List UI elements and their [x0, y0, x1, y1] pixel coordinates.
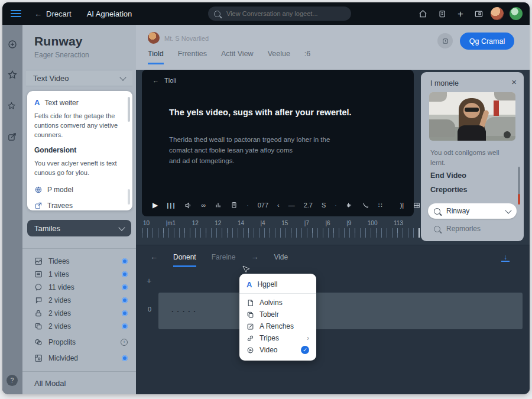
toggle-dot[interactable]	[122, 271, 128, 277]
global-search[interactable]	[208, 7, 351, 21]
video-icon	[246, 346, 254, 354]
sidebar-item-miclvided[interactable]: Miclvided	[22, 352, 136, 365]
star-icon[interactable]	[7, 102, 18, 111]
panel-scrollbar[interactable]	[518, 167, 520, 205]
hamburger-menu-icon[interactable]	[11, 10, 21, 17]
menu-item-tobelr[interactable]: Tobelr	[239, 309, 316, 320]
user-avatar[interactable]	[491, 7, 504, 20]
app-window: ← Drecart AI Agneiation +	[2, 2, 530, 394]
documents-icon[interactable]	[438, 9, 447, 18]
lock-icon	[34, 309, 43, 317]
grid-icon[interactable]	[413, 202, 421, 209]
tamiles-dropdown[interactable]: Tamiles	[27, 220, 131, 236]
search-input[interactable]	[225, 9, 345, 18]
toggle-dot[interactable]	[122, 258, 128, 264]
tab-count[interactable]: :6	[304, 50, 310, 64]
tab-tiold[interactable]: Tiold	[148, 50, 164, 64]
timeline-ruler[interactable]: 10 |m1 12 12 14 |4 15 |7 |6 |9 100 113	[142, 220, 420, 244]
chat-icon	[34, 283, 43, 291]
tab-frrenties[interactable]: Frrenties	[178, 50, 207, 64]
speaker-icon[interactable]	[184, 202, 192, 209]
pause-icon[interactable]: |||	[167, 202, 176, 209]
tab-donent[interactable]: Donent	[173, 253, 196, 267]
panel-caption: You odt conilgoms well lernt.	[430, 148, 507, 167]
equalizer-icon[interactable]	[215, 202, 222, 209]
card-scrollbar-bottom[interactable]	[128, 189, 130, 205]
end-video-row[interactable]: End Video	[430, 171, 466, 180]
add-track-icon[interactable]: +	[147, 276, 151, 286]
tab-fareine[interactable]: Fareine	[212, 253, 236, 261]
close-icon[interactable]: ×	[511, 77, 517, 87]
back-arrow-icon[interactable]: ←	[150, 252, 158, 261]
chevron-down-icon	[118, 224, 125, 231]
tab-actit-view[interactable]: Actit View	[221, 50, 254, 64]
track-keyframes[interactable]: ·····	[171, 307, 199, 316]
sidebar-item-2-vides-c[interactable]: 2 vides	[22, 320, 136, 333]
back-arrow-icon: ←	[34, 9, 42, 18]
menu-item-video[interactable]: Video ✓	[239, 344, 316, 356]
sidebar-item-propclits[interactable]: Propclits +	[22, 336, 136, 349]
video-thumbnail[interactable]	[429, 92, 515, 141]
sidebar-footer[interactable]: All Modal	[22, 371, 136, 394]
video-player[interactable]: ← Tloli The yels video, sugs with afler …	[142, 70, 414, 216]
sidebar-item-11-vides[interactable]: 11 vides	[22, 281, 136, 294]
sidebar-item-tidees[interactable]: Tidees	[22, 255, 136, 268]
document-icon[interactable]	[231, 202, 238, 209]
menu-item-a-renches[interactable]: A Renches	[239, 320, 316, 332]
sidebar-item-2-vides-b[interactable]: 2 vides	[22, 307, 136, 320]
tab-veelue[interactable]: Veelue	[268, 50, 290, 64]
creator-avatar[interactable]	[148, 32, 160, 44]
mode-select[interactable]: Text Video	[26, 70, 132, 86]
toggle-dot[interactable]	[122, 323, 128, 329]
properties-row[interactable]: Creporties	[430, 186, 468, 194]
bubble-icon	[34, 296, 43, 304]
download-icon[interactable]: ↓	[501, 254, 510, 262]
bracket-icon[interactable]: )|	[400, 202, 404, 209]
model-link[interactable]: P model	[34, 186, 125, 194]
menu-item-hgpell[interactable]: A Hgpell	[239, 278, 316, 290]
tab-vide[interactable]: Vide	[274, 253, 288, 261]
travees-link[interactable]: Travees	[34, 202, 125, 210]
toggle-dot[interactable]	[122, 297, 128, 303]
item-label: 1 vites	[48, 270, 116, 278]
card-scrollbar[interactable]	[128, 97, 130, 122]
play-icon[interactable]: ▶	[153, 201, 158, 209]
header-tabs: Tiold Frrenties Actit View Veelue :6	[148, 50, 310, 64]
favorite-star-icon[interactable]	[7, 70, 18, 80]
forward-arrow-icon[interactable]: →	[251, 252, 258, 261]
topbar-back-button[interactable]: ← Drecart	[34, 9, 72, 18]
panel-search-secondary-label: Repmorles	[446, 225, 481, 233]
chevron-left-icon[interactable]: ‹	[277, 202, 280, 209]
scrub-dash-icon[interactable]: —	[288, 202, 295, 209]
home-icon[interactable]	[419, 9, 427, 18]
add-toggle-icon[interactable]: +	[121, 339, 128, 346]
rotate-icon[interactable]	[362, 202, 369, 209]
panel-search[interactable]	[428, 203, 517, 219]
sidebar-item-vites[interactable]: 1 vites	[22, 268, 136, 281]
header-extra-icon[interactable]	[437, 33, 453, 48]
loop-icon[interactable]: ∞	[201, 202, 206, 209]
menu-item-tripes[interactable]: Tripes ›	[239, 332, 316, 344]
sidebar-item-2-vides-a[interactable]: 2 vides	[22, 294, 136, 307]
ruler-tick-label: |4	[261, 220, 265, 226]
help-icon[interactable]: ?	[7, 375, 18, 386]
menu-item-label: Aolvins	[259, 299, 309, 307]
toggle-dot[interactable]	[122, 284, 128, 290]
panel-search-secondary[interactable]: Repmorles	[434, 225, 481, 233]
primary-action-button[interactable]: Qg Cramal	[460, 33, 514, 50]
window-icon[interactable]	[474, 9, 484, 18]
timeline-track[interactable]: ·····	[158, 293, 523, 329]
add-icon[interactable]: +	[458, 9, 463, 19]
toggle-dot[interactable]	[122, 310, 128, 316]
dots-icon[interactable]: ∷	[378, 202, 382, 209]
toggle-dot[interactable]	[122, 355, 128, 361]
player-controls: ▶ ||| ∞ · 077 ‹ — 2.7 S ·	[153, 199, 406, 212]
account-avatar[interactable]	[510, 7, 523, 20]
volume-icon[interactable]	[346, 202, 353, 209]
menu-item-aolvins[interactable]: Aolvins	[239, 297, 316, 309]
player-back-button[interactable]: ← Tloli	[153, 77, 176, 84]
compass-plus-icon[interactable]	[7, 39, 18, 50]
panel-search-input[interactable]	[445, 206, 498, 216]
edit-launch-icon[interactable]	[7, 132, 18, 142]
search-icon	[434, 208, 440, 215]
